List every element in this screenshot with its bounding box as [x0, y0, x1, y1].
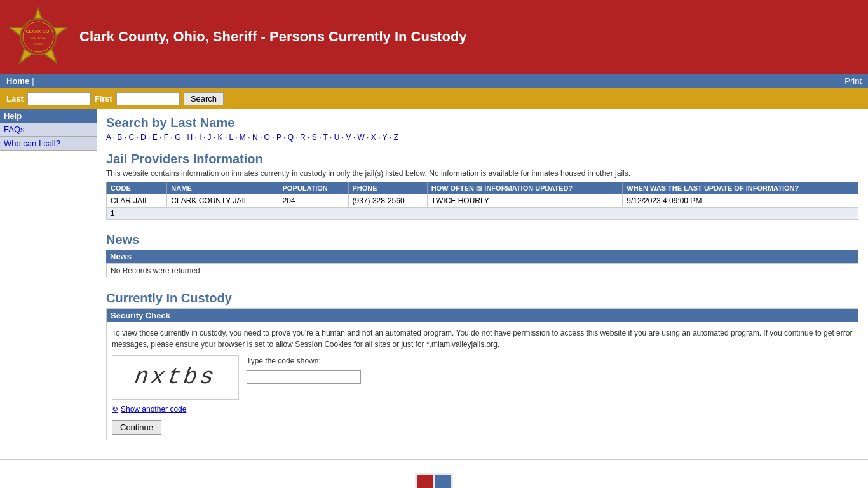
- montgomery-county-logo: MONTGOMERY COUNTY: [415, 473, 453, 488]
- svg-rect-8: [435, 475, 451, 488]
- captcha-input[interactable]: [247, 370, 361, 384]
- home-link[interactable]: Home: [6, 76, 29, 86]
- table-footer-row: 1: [107, 208, 858, 220]
- table-row: CLAR-JAIL CLARK COUNTY JAIL 204 (937) 32…: [107, 194, 858, 208]
- alphabet-t[interactable]: T: [323, 133, 328, 142]
- news-title: News: [106, 233, 858, 247]
- searchbar: Last First Search: [0, 88, 868, 109]
- alphabet-i[interactable]: I: [199, 133, 201, 142]
- continue-button[interactable]: Continue: [112, 420, 161, 435]
- last-name-label: Last: [6, 94, 24, 104]
- col-code: CODE: [107, 182, 167, 194]
- alphabet-k[interactable]: K: [218, 133, 223, 142]
- first-name-label: First: [95, 94, 112, 104]
- main-layout: Help FAQs Who can I call? Search by Last…: [0, 109, 868, 459]
- sheriff-badge-icon: CLARK CO. SHERIFF OHIO: [6, 5, 70, 69]
- security-check-box: Security Check To view those currently i…: [106, 308, 858, 440]
- alphabet-m[interactable]: M: [240, 133, 246, 142]
- navbar-separator: |: [32, 76, 34, 86]
- show-another-label: Show another code: [121, 403, 186, 415]
- alphabet-s[interactable]: S: [312, 133, 317, 142]
- sidebar-faqs-link[interactable]: FAQs: [0, 123, 97, 137]
- svg-text:SHERIFF: SHERIFF: [30, 36, 46, 40]
- alphabet-f[interactable]: F: [164, 133, 168, 142]
- jail-providers-table: CODE NAME POPULATION PHONE HOW OFTEN IS …: [106, 182, 858, 220]
- col-last-update: WHEN WAS THE LAST UPDATE OF INFORMATION?: [623, 182, 858, 194]
- last-name-input[interactable]: [27, 92, 91, 105]
- navbar-left: Home |: [6, 76, 34, 86]
- navbar: Home | Print: [0, 74, 868, 88]
- col-name: NAME: [167, 182, 278, 194]
- alphabet-v[interactable]: V: [346, 133, 351, 142]
- search-by-last-name-title: Search by Last Name: [106, 116, 858, 130]
- news-no-records: No Records were returned: [106, 263, 858, 278]
- captcha-display-text: nxtbs: [132, 360, 219, 395]
- alphabet-w[interactable]: W: [357, 133, 364, 142]
- cell-code: CLAR-JAIL: [107, 194, 167, 208]
- col-update-freq: HOW OFTEN IS INFORMATION UPDATED?: [427, 182, 623, 194]
- cell-update-freq: TWICE HOURLY: [427, 194, 623, 208]
- alphabet-y[interactable]: Y: [383, 133, 388, 142]
- alphabet-n[interactable]: N: [252, 133, 258, 142]
- jail-description: This website contains information on inm…: [106, 169, 858, 178]
- captcha-image: nxtbs: [112, 355, 239, 400]
- page-title: Clark County, Ohio, Sheriff - Persons Cu…: [79, 29, 467, 45]
- alphabet-d[interactable]: D: [140, 133, 146, 142]
- alphabet-u[interactable]: U: [334, 133, 340, 142]
- col-phone: PHONE: [348, 182, 427, 194]
- alphabet-l[interactable]: L: [229, 133, 233, 142]
- jail-providers-title: Jail Providers Information: [106, 152, 858, 166]
- news-section: News News No Records were returned: [106, 233, 858, 278]
- alphabet-q[interactable]: Q: [288, 133, 294, 142]
- cell-population: 204: [278, 194, 348, 208]
- cell-phone: (937) 328-2560: [348, 194, 427, 208]
- sidebar-who-can-i-call-link[interactable]: Who can I call?: [0, 137, 97, 151]
- alphabet-p[interactable]: P: [276, 133, 281, 142]
- alphabet-o[interactable]: O: [264, 133, 270, 142]
- sidebar: Help FAQs Who can I call?: [0, 109, 97, 151]
- security-check-header: Security Check: [107, 309, 858, 322]
- footer: MONTGOMERY COUNTY ©2001- 2023 Board of C…: [0, 459, 868, 488]
- alphabet-r[interactable]: R: [300, 133, 306, 142]
- alphabet-a[interactable]: A: [106, 133, 111, 142]
- header: CLARK CO. SHERIFF OHIO Clark County, Ohi…: [0, 0, 868, 74]
- custody-section: Currently In Custody Security Check To v…: [106, 291, 858, 440]
- print-link[interactable]: Print: [844, 76, 862, 86]
- custody-title: Currently In Custody: [106, 291, 858, 306]
- captcha-area: nxtbs Type the code shown:: [112, 355, 853, 400]
- col-population: POPULATION: [278, 182, 348, 194]
- cell-name: CLARK COUNTY JAIL: [167, 194, 278, 208]
- alphabet-g[interactable]: G: [175, 133, 180, 142]
- captcha-type-label: Type the code shown:: [247, 355, 361, 367]
- alphabet-z[interactable]: Z: [393, 133, 398, 142]
- search-button[interactable]: Search: [184, 92, 224, 105]
- alphabet-b[interactable]: B: [117, 133, 122, 142]
- alphabet-e[interactable]: E: [153, 133, 158, 142]
- alphabet-c[interactable]: C: [128, 133, 134, 142]
- refresh-icon: ↻: [112, 403, 118, 415]
- alphabet-x[interactable]: X: [371, 133, 376, 142]
- security-check-body: To view those currently in custody, you …: [107, 322, 858, 440]
- captcha-right: Type the code shown:: [247, 355, 361, 384]
- news-table-header: News: [106, 250, 858, 263]
- svg-text:CLARK CO.: CLARK CO.: [26, 29, 51, 34]
- cell-last-update: 9/12/2023 4:09:00 PM: [623, 194, 858, 208]
- alphabet-row: A · B · C · D · E · F · G · H · I · J · …: [106, 133, 858, 142]
- jail-providers-section: Jail Providers Information This website …: [106, 152, 858, 220]
- show-another-code-link[interactable]: ↻ Show another code: [112, 403, 853, 415]
- alphabet-h[interactable]: H: [187, 133, 193, 142]
- security-message-text: To view those currently in custody, you …: [112, 329, 852, 349]
- svg-rect-7: [417, 475, 433, 488]
- first-name-input[interactable]: [116, 92, 180, 105]
- sidebar-help-header: Help: [0, 109, 97, 123]
- content: Search by Last Name A · B · C · D · E · …: [97, 109, 868, 459]
- search-by-last-name-section: Search by Last Name A · B · C · D · E · …: [106, 116, 858, 142]
- table-footer-cell: 1: [107, 208, 858, 220]
- svg-text:OHIO: OHIO: [33, 42, 43, 46]
- alphabet-j[interactable]: J: [208, 133, 212, 142]
